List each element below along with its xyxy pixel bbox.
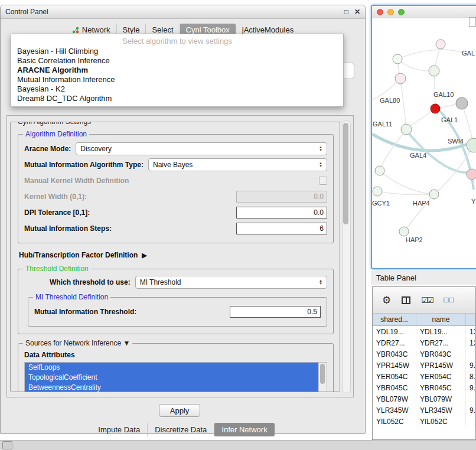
table-cell: YDR27...	[373, 337, 416, 348]
aracne-mode-value: Discovery	[80, 145, 112, 153]
table-cell: YER054C	[373, 371, 416, 382]
cyni-bottom-tabs: Impute Data Discretize Data Infer Networ…	[1, 423, 365, 436]
table-cell: YLR345W	[416, 405, 466, 416]
algorithm-dropdown-popup: Select algorithm to view settings Bayesi…	[11, 34, 344, 107]
scrollbar-thumb[interactable]	[320, 364, 325, 384]
manual-kernel-label: Manual Kernel Width Definition	[24, 177, 129, 185]
settings-scroll-area: Cyni Algorithm Settings Algorithm Defini…	[6, 115, 354, 397]
algorithm-option[interactable]: Dream8 DC_TDC Algorithm	[11, 94, 343, 103]
network-edge[interactable]	[380, 171, 434, 194]
network-edge[interactable]	[397, 59, 434, 71]
hub-definition-toggle[interactable]: Hub/Transcription Factor Definition ▶	[19, 251, 340, 259]
table-cell: 13	[466, 326, 475, 337]
tab-impute-data[interactable]: Impute Data	[91, 423, 147, 436]
table-row[interactable]: YBR045CYBR045C9.	[373, 382, 475, 393]
network-tab-icon	[72, 27, 79, 34]
network-view-window: GAL80GAL10GAL7GAL11GAL1SWI4GAL4GCY1HAP4H…	[371, 5, 476, 269]
network-node[interactable]	[429, 66, 439, 76]
table-cell	[466, 393, 475, 405]
mi-threshold-input[interactable]: 0.5	[230, 306, 321, 318]
table-row[interactable]: YBR043CYBR043C	[373, 348, 475, 360]
algorithm-dropdown-placeholder: Select algorithm to view settings	[11, 36, 343, 47]
close-window-icon[interactable]: ✕	[354, 8, 360, 16]
table-row[interactable]: YPR145WYPR145W9.	[373, 360, 475, 371]
close-button[interactable]	[377, 9, 383, 15]
algorithm-option[interactable]: Mutual Information Inference	[11, 75, 343, 84]
attribute-item[interactable]: BetweennessCentrality	[25, 383, 318, 392]
panel-icon[interactable]	[2, 441, 12, 449]
table-row[interactable]: YLR345WYLR345W9.	[373, 405, 475, 416]
column-header[interactable]	[466, 314, 475, 325]
algorithm-option[interactable]: Bayesian - K2	[11, 84, 343, 94]
algorithm-option[interactable]: Basic Correlation Inference	[11, 56, 343, 66]
tab-infer-network[interactable]: Infer Network	[214, 423, 274, 436]
scrollbar-thumb[interactable]	[343, 123, 348, 224]
algorithm-definition-title: Algorithm Definition	[23, 130, 89, 138]
select-unchecked-icon[interactable]: ☐☐	[444, 296, 454, 304]
data-attributes-items: SelfLoopsTopologicalCoefficientBetweenne…	[25, 363, 318, 392]
minimize-button[interactable]	[387, 9, 394, 15]
aracne-mode-select[interactable]: Discovery ▲▼	[76, 142, 327, 155]
network-node[interactable]	[436, 40, 445, 49]
mi-type-select[interactable]: Naive Bayes ▲▼	[148, 158, 327, 171]
select-checked-icon[interactable]: ☑☑	[421, 296, 432, 305]
table-panel-window: ⚙ ☑☑ ☐☐ shared...name YDL19...YDL19...13…	[372, 286, 476, 440]
table-cell: YDL19...	[373, 326, 416, 337]
node-label: GCY1	[372, 200, 390, 207]
aracne-mode-label: Aracne Mode:	[24, 145, 71, 153]
table-cell: YBR045C	[416, 382, 466, 393]
algorithm-option[interactable]: Bayesian - Hill Climbing	[11, 47, 343, 56]
attribute-item[interactable]: TopologicalCoefficient	[25, 373, 318, 383]
zoom-button[interactable]	[398, 9, 405, 15]
network-edge[interactable]	[397, 50, 463, 59]
network-scrollbar-corner[interactable]	[469, 17, 476, 27]
columns-icon[interactable]	[402, 296, 410, 304]
apply-button[interactable]: Apply	[159, 404, 200, 417]
combo-arrows-icon: ▲▼	[319, 279, 322, 285]
attributes-vertical-scrollbar[interactable]	[318, 363, 327, 392]
network-edge[interactable]	[400, 79, 406, 129]
network-edge[interactable]	[434, 71, 435, 109]
network-node[interactable]	[373, 187, 382, 196]
network-node[interactable]	[429, 190, 439, 199]
column-header[interactable]: name	[416, 314, 466, 325]
network-node[interactable]	[467, 169, 476, 180]
settings-vertical-scrollbar[interactable]	[342, 120, 351, 393]
network-edge[interactable]	[380, 129, 406, 171]
threshold-definition-title: Threshold Definition	[23, 265, 91, 273]
table-row[interactable]: YBL079WYBL079W	[373, 393, 475, 405]
table-header-row: shared...name	[373, 314, 475, 326]
network-node[interactable]	[401, 124, 412, 135]
gear-icon[interactable]: ⚙	[382, 295, 391, 305]
table-row[interactable]: YER054CYER054C8.	[373, 371, 475, 382]
column-header[interactable]: shared...	[373, 314, 416, 325]
sources-group-title[interactable]: Sources for Network Inference ▼	[23, 339, 132, 347]
network-node[interactable]	[399, 227, 409, 236]
table-cell: YDR27...	[416, 337, 466, 348]
attribute-item[interactable]: SelfLoops	[25, 363, 318, 373]
tab-discretize-data[interactable]: Discretize Data	[147, 423, 214, 436]
network-node[interactable]	[467, 138, 476, 152]
algorithm-option[interactable]: ARACNE Algorithm	[11, 66, 343, 75]
float-window-icon[interactable]: □	[344, 8, 348, 16]
table-row[interactable]: YDL19...YDL19...13	[373, 326, 475, 337]
network-canvas[interactable]: GAL80GAL10GAL7GAL11GAL1SWI4GAL4GCY1HAP4H…	[372, 18, 476, 269]
network-node[interactable]	[393, 54, 402, 64]
table-row[interactable]: YDR27...YDR27...12	[373, 337, 475, 348]
table-body: YDL19...YDL19...13YDR27...YDR27...12YBR0…	[373, 326, 475, 427]
network-node[interactable]	[395, 73, 406, 84]
dpi-tolerance-input[interactable]: 0.0	[236, 207, 327, 219]
network-node[interactable]	[375, 166, 384, 175]
which-threshold-select[interactable]: MI Threshold ▲▼	[135, 276, 327, 289]
chevron-right-icon: ▶	[142, 252, 146, 259]
dpi-tolerance-row: DPI Tolerance [0,1]: 0.0	[24, 206, 327, 219]
data-attributes-list[interactable]: SelfLoopsTopologicalCoefficientBetweenne…	[24, 362, 327, 392]
table-cell: YBL079W	[373, 393, 416, 405]
kernel-width-label: Kernel Width (0,1):	[24, 193, 87, 201]
network-node[interactable]	[456, 97, 468, 109]
table-cell	[466, 348, 475, 360]
mi-steps-input[interactable]: 6	[236, 223, 327, 234]
table-row[interactable]: YIL052CYIL052C	[373, 416, 475, 427]
network-node[interactable]	[431, 104, 440, 113]
manual-kernel-checkbox[interactable]	[319, 177, 327, 185]
